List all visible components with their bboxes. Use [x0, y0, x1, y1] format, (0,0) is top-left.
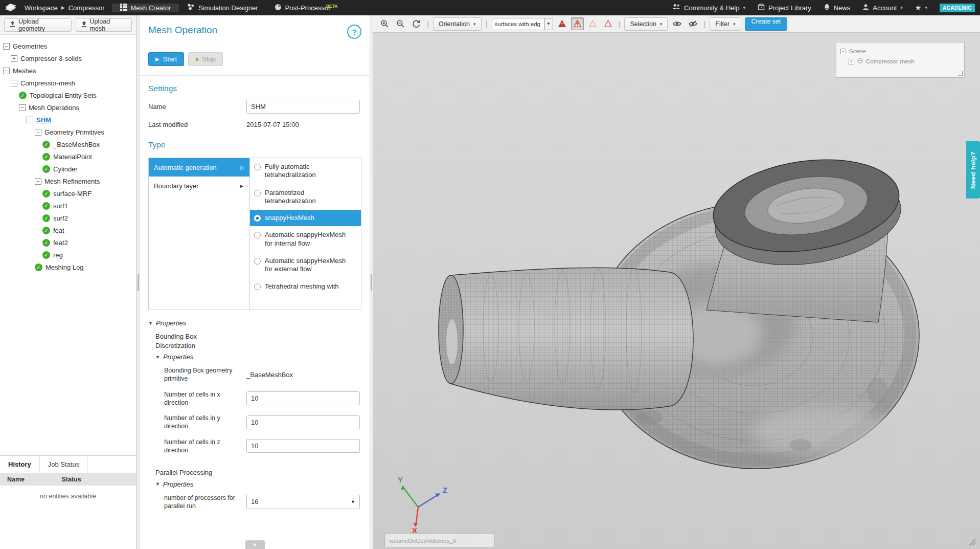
radio-icon[interactable]: [254, 283, 261, 290]
option-snappyhexmesh[interactable]: snappyHexMesh: [250, 210, 361, 226]
overlay-resize-grip[interactable]: [958, 71, 963, 76]
collapse-icon[interactable]: −: [27, 117, 33, 123]
news-menu[interactable]: News: [824, 4, 851, 12]
tree-item-compressor-3-solids[interactable]: +Compressor-3-solids: [0, 52, 136, 64]
category-automatic-generation[interactable]: Automatic generation ▷: [149, 158, 249, 177]
create-set-button[interactable]: Create set: [745, 17, 788, 31]
tree-item-feat2[interactable]: ✓feat2: [0, 236, 136, 249]
breadcrumb[interactable]: Workspace ▶ Compressor: [22, 4, 112, 12]
tree-item-surface-mrf[interactable]: ✓surface-MRF: [0, 187, 136, 200]
panel-resizer[interactable]: [370, 15, 373, 549]
tree-item-topological-entity-sets[interactable]: ✓Topological Entity Sets: [0, 89, 136, 101]
filter-button[interactable]: Filter ▾: [710, 17, 741, 31]
scene-mesh-item[interactable]: + Compressor-mesh: [840, 56, 960, 67]
tree-item-basemeshbox[interactable]: ✓_BaseMeshBox: [0, 138, 136, 150]
volume-name-field[interactable]: volumeOnGeoVolumes_0: [384, 534, 494, 548]
option-automatic-snappyhexmesh-external[interactable]: Automatic snappyHexMesh for external flo…: [250, 252, 361, 278]
tree-item-geometry-primitives[interactable]: −Geometry Primitives: [0, 126, 136, 138]
compressor-mesh-render[interactable]: [373, 33, 980, 549]
bbox-properties-toggle[interactable]: ▼ Properties: [140, 351, 370, 363]
tree-item-geometries[interactable]: −Geometries: [0, 40, 136, 52]
tab-simulation-designer[interactable]: Simulation Designer: [179, 3, 266, 12]
render-wireframe-button[interactable]: [571, 17, 584, 30]
favorites-menu[interactable]: ★ ▾: [915, 4, 927, 12]
upload-mesh-button[interactable]: Upload mesh: [76, 18, 132, 32]
selection-button[interactable]: Selection ▾: [624, 17, 668, 31]
option-fully-automatic-tetrahedralization[interactable]: Fully automatic tetrahedralization: [250, 158, 361, 184]
orientation-button[interactable]: Orientation ▾: [433, 17, 482, 31]
arrow-right-icon: ►: [239, 183, 244, 189]
collapse-icon[interactable]: −: [35, 129, 41, 136]
collapse-icon[interactable]: −: [19, 104, 26, 111]
viewport-canvas[interactable]: − Scene + Compressor-mesh: [373, 33, 980, 549]
collapse-icon[interactable]: −: [3, 43, 10, 50]
collapse-icon[interactable]: −: [11, 80, 17, 86]
cells-z-input[interactable]: [246, 439, 360, 453]
filter-label: Filter: [715, 20, 730, 28]
collapse-icon[interactable]: −: [840, 49, 846, 54]
parallel-properties-toggle[interactable]: ▼ Properties: [140, 478, 370, 490]
collapse-icon[interactable]: −: [35, 178, 41, 185]
type-category-menu: Automatic generation ▷ Boundary layer ►: [149, 158, 250, 310]
hide-selected-button[interactable]: [686, 17, 699, 31]
expand-icon[interactable]: +: [849, 59, 854, 64]
tab-job-status[interactable]: Job Status: [40, 456, 88, 473]
radio-icon[interactable]: [254, 164, 261, 170]
viewport-resize-grip[interactable]: [969, 539, 976, 546]
tree-item-meshing-log[interactable]: ✓Meshing Log: [0, 261, 136, 273]
account-menu[interactable]: Account ▾: [862, 4, 903, 12]
tree-item-shm[interactable]: −SHM: [0, 114, 136, 126]
tree-item-label: Mesh Operations: [29, 104, 79, 112]
name-input[interactable]: [246, 100, 360, 114]
radio-icon[interactable]: [254, 232, 261, 238]
tree-item-mesh-operations[interactable]: −Mesh Operations: [0, 101, 136, 114]
radio-icon[interactable]: [254, 190, 261, 196]
sidebar-resizer[interactable]: [136, 15, 140, 549]
upload-geometry-button[interactable]: Upload geometry: [4, 18, 72, 32]
need-help-tab[interactable]: Need help?: [966, 141, 980, 199]
category-boundary-layer[interactable]: Boundary layer ►: [149, 177, 249, 195]
tree-item-surf2[interactable]: ✓surf2: [0, 212, 136, 224]
tree-item-reg[interactable]: ✓reg: [0, 249, 136, 261]
properties-toggle[interactable]: ▼ Properties: [140, 317, 370, 329]
app-logo-icon[interactable]: [0, 3, 22, 13]
cells-y-input[interactable]: [246, 415, 360, 429]
processors-select[interactable]: 16 ▼: [246, 495, 360, 509]
zoom-out-button[interactable]: [394, 17, 407, 31]
tree-item-cylinder[interactable]: ✓Cylinder: [0, 163, 136, 175]
radio-icon[interactable]: [254, 258, 261, 265]
tree-item-mesh-refinements[interactable]: −Mesh Refinements: [0, 175, 136, 187]
scroll-down-button[interactable]: ▼: [245, 540, 265, 549]
scene-root[interactable]: − Scene: [840, 46, 960, 56]
tree-item-meshes[interactable]: −Meshes: [0, 64, 136, 77]
render-edges-button[interactable]: [602, 17, 614, 30]
render-shaded-edges-button[interactable]: [556, 17, 568, 30]
tab-mesh-creator[interactable]: Mesh Creator: [112, 4, 179, 12]
render-surface-button[interactable]: [586, 17, 599, 30]
stop-button[interactable]: ■ Stop: [188, 52, 223, 66]
tab-post-processor[interactable]: Post-Processor BETA: [266, 4, 339, 12]
render-mode-select[interactable]: surfaces with edg ▼: [492, 18, 553, 30]
beta-badge: BETA: [326, 4, 338, 9]
refresh-view-button[interactable]: [409, 17, 423, 31]
start-button[interactable]: ▶ Start: [148, 52, 184, 66]
option-automatic-snappyhexmesh-internal[interactable]: Automatic snappyHexMesh for internal flo…: [250, 226, 361, 252]
community-help-menu[interactable]: Community & Help ▾: [672, 4, 745, 12]
option-parametrized-tetrahedralization[interactable]: Parametrized tetrahedralization: [250, 184, 361, 210]
option-tetrahedral-meshing-with[interactable]: Tetrahedral meshing with: [250, 278, 361, 295]
radio-selected-icon[interactable]: [254, 215, 261, 222]
scene-tree-overlay[interactable]: − Scene + Compressor-mesh: [836, 42, 965, 78]
tab-history[interactable]: History: [0, 456, 40, 473]
show-all-button[interactable]: [670, 17, 683, 31]
tree-item-surf1[interactable]: ✓surf1: [0, 200, 136, 212]
tree-item-compressor-mesh[interactable]: −Compressor-mesh: [0, 77, 136, 89]
community-help-label: Community & Help: [684, 4, 739, 12]
expand-icon[interactable]: +: [11, 55, 17, 62]
zoom-in-button[interactable]: [378, 17, 391, 31]
cells-x-input[interactable]: [246, 391, 360, 405]
help-button[interactable]: ?: [347, 25, 361, 39]
project-library-menu[interactable]: Project Library: [758, 4, 811, 12]
tree-item-feat[interactable]: ✓feat: [0, 224, 136, 236]
tree-item-materialpoint[interactable]: ✓MaterialPoint: [0, 150, 136, 163]
collapse-icon[interactable]: −: [3, 68, 10, 74]
